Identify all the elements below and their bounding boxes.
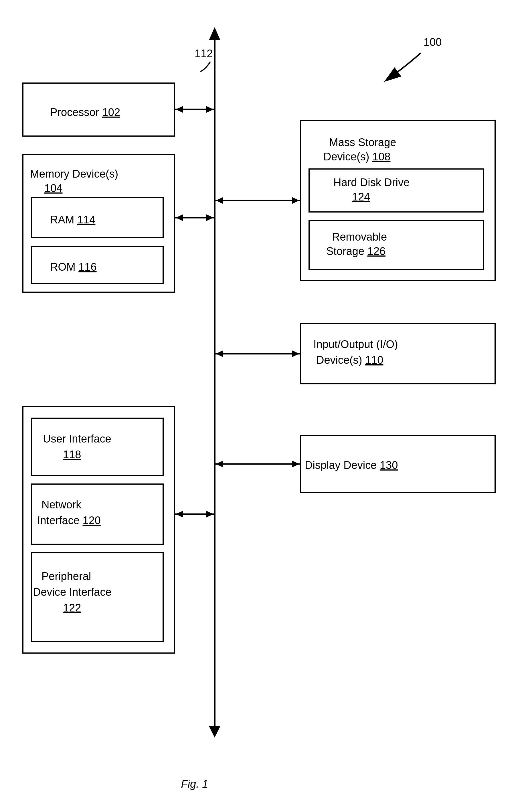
ram-label: RAM 114: [50, 214, 95, 226]
mass-storage-label2: Device(s) 108: [323, 151, 390, 163]
hdd-box: [309, 169, 484, 212]
memory-arrow-left: [176, 214, 183, 221]
removable-label1: Removable: [332, 231, 387, 243]
processor-arrow-right: [206, 106, 213, 113]
mass-storage-arrow-left: [216, 197, 223, 204]
peripheral-label2: Device Interface: [33, 586, 111, 598]
user-interface-label2: 118: [63, 449, 81, 461]
bus-arrow-down: [209, 726, 220, 738]
ref-112-label: 112: [195, 47, 213, 60]
io-group-arrow-left: [176, 511, 183, 518]
ref-100: 100: [424, 36, 441, 48]
bus-arrow-up: [209, 27, 220, 40]
network-interface-box: [31, 484, 163, 544]
network-interface-label2: Interface 120: [37, 514, 101, 526]
io-label1: Input/Output (I/O): [313, 338, 398, 350]
io-box: [301, 324, 495, 384]
io-arrow-left: [216, 350, 223, 357]
user-interface-label1: User Interface: [43, 433, 111, 445]
hdd-label2: 124: [352, 191, 370, 203]
memory-arrow-right: [206, 214, 213, 221]
display-label: Display Device 130: [305, 459, 398, 471]
io-group-arrow-right: [206, 511, 213, 518]
removable-box: [309, 220, 484, 269]
peripheral-label1: Peripheral: [42, 570, 91, 582]
network-interface-label1: Network: [42, 499, 81, 511]
memory-label-line2: 104: [44, 182, 62, 194]
ref-112-curve: [200, 61, 210, 72]
hdd-label1: Hard Disk Drive: [333, 176, 409, 188]
removable-label2: Storage 126: [326, 245, 386, 257]
rom-label: ROM 116: [50, 261, 97, 273]
io-arrow-right: [292, 350, 299, 357]
processor-label: Processor 102: [50, 106, 120, 118]
user-interface-box: [31, 418, 163, 476]
io-label2: Device(s) 110: [316, 354, 383, 366]
mass-storage-arrow-right: [292, 197, 299, 204]
memory-label-line1: Memory Device(s): [30, 168, 118, 180]
mass-storage-label1: Mass Storage: [329, 136, 396, 148]
peripheral-label3: 122: [63, 602, 81, 614]
ref-100-arrow: [386, 53, 421, 80]
processor-arrow-left: [176, 106, 183, 113]
display-arrow-left: [216, 461, 223, 467]
figure-label: Fig. 1: [181, 778, 208, 790]
diagram-container: 100 112 Processor 102: [0, 0, 528, 812]
display-arrow-right: [292, 461, 299, 467]
